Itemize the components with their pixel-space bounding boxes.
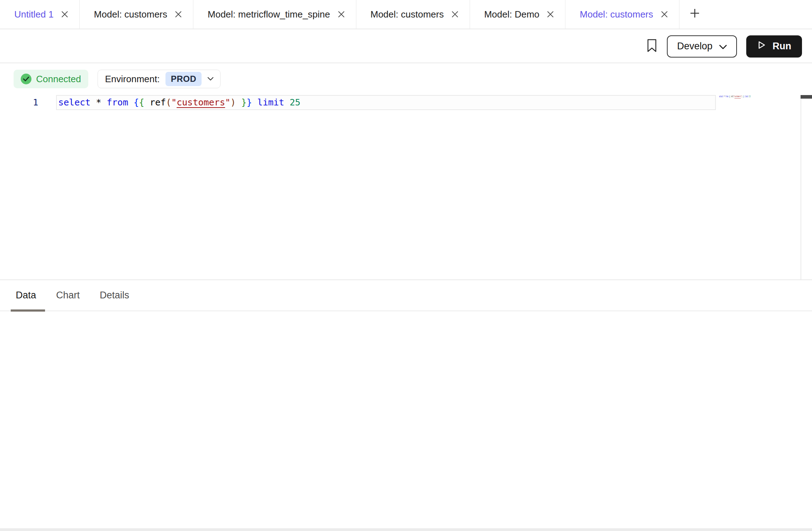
tab-label: Untitled 1 [14, 9, 54, 20]
chevron-down-icon [719, 41, 727, 52]
develop-dropdown-button[interactable]: Develop [667, 35, 737, 58]
ide-window: Untitled 1 Model: customers Model: metri… [0, 0, 812, 531]
develop-label: Develop [677, 41, 712, 52]
tab-chart[interactable]: Chart [56, 290, 80, 301]
bottom-scroll-track [0, 528, 812, 531]
scrollbar-cursor-marker [801, 95, 812, 99]
connection-status-badge: Connected [14, 70, 88, 88]
minimap-code-line: select * from {{ ref("customers") }} lim… [719, 95, 739, 98]
environment-value-badge: PROD [165, 72, 202, 86]
close-icon[interactable] [451, 10, 459, 18]
tab-label: Model: Demo [484, 9, 540, 20]
sql-editor-pane: Connected Environment: PROD 1 select * f… [0, 64, 812, 279]
tab-label: Model: customers [371, 9, 444, 20]
tab-model-customers-1[interactable]: Model: customers [80, 0, 193, 29]
close-icon[interactable] [660, 10, 668, 18]
tab-data[interactable]: Data [16, 290, 36, 301]
results-tab-bar: Data Chart Details [0, 280, 812, 311]
editor-toolbar: Develop Run [0, 30, 812, 63]
new-tab-button[interactable] [679, 0, 707, 29]
run-button[interactable]: Run [746, 35, 802, 58]
play-icon [757, 40, 766, 53]
bookmark-button[interactable] [646, 39, 658, 54]
tab-label: Model: metricflow_time_spine [208, 9, 330, 20]
active-tab-indicator [11, 309, 45, 312]
close-icon[interactable] [174, 10, 182, 18]
tab-details[interactable]: Details [100, 290, 129, 301]
line-number: 1 [0, 95, 38, 110]
tab-label: Model: customers [580, 9, 653, 20]
tab-model-customers-2[interactable]: Model: customers [356, 0, 470, 29]
close-icon[interactable] [61, 10, 69, 18]
check-circle-icon [21, 74, 31, 84]
close-icon[interactable] [546, 10, 554, 18]
close-icon[interactable] [337, 10, 345, 18]
plus-icon [689, 8, 700, 21]
tab-model-metricflow-time-spine[interactable]: Model: metricflow_time_spine [193, 0, 356, 29]
chevron-down-icon [207, 76, 214, 82]
editor-tab-bar: Untitled 1 Model: customers Model: metri… [0, 0, 812, 29]
bookmark-icon [646, 39, 658, 54]
minimap[interactable]: select * from {{ ref("customers") }} lim… [719, 95, 798, 109]
connection-status-label: Connected [36, 74, 81, 85]
sql-code-line[interactable]: select * from {{ ref("customers") }} lim… [58, 95, 301, 110]
tab-label: Model: customers [94, 9, 167, 20]
environment-label: Environment: [105, 74, 160, 85]
overview-ruler [801, 96, 801, 279]
environment-selector[interactable]: Environment: PROD [98, 70, 221, 88]
editor-status-row: Connected Environment: PROD [14, 70, 221, 88]
tab-model-customers-3[interactable]: Model: customers [565, 0, 679, 29]
results-panel: Data Chart Details i Input query to run … [0, 279, 812, 528]
tab-untitled-1[interactable]: Untitled 1 [0, 0, 80, 29]
tab-model-demo[interactable]: Model: Demo [470, 0, 566, 29]
run-label: Run [773, 41, 791, 52]
